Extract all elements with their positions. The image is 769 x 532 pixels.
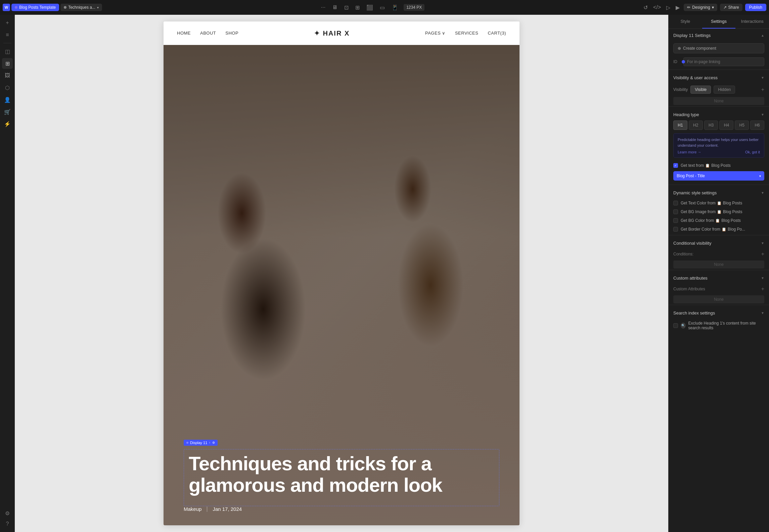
settings-bottom-icon[interactable]: ⚙ [2,508,13,519]
info-links: Learn more → Ok, got it [678,150,760,154]
add-panel-icon[interactable]: + [2,17,13,28]
heading-type-chevron: ▼ [761,113,764,116]
border-color-checkbox[interactable] [673,227,678,232]
tab-techniques[interactable]: Techniques a... ▾ [60,4,102,11]
sidebar-divider-1 [3,43,11,43]
design-mode-label: Designing [692,5,710,10]
tab-dropdown-arrow: ▾ [97,6,99,9]
h2-button[interactable]: H2 [689,120,703,130]
get-text-checkbox[interactable]: ✓ [673,163,678,168]
bg-image-checkbox[interactable] [673,209,678,214]
undo-icon[interactable]: ↺ [642,3,649,12]
info-text: Predictable heading order helps your use… [678,137,760,148]
preview-icon[interactable]: ▷ [665,3,672,12]
blog-icon: 📋 [705,163,710,168]
tab-style[interactable]: Style [669,15,702,29]
tablet-icon[interactable]: ▭ [378,3,386,12]
visibility-chevron: ▼ [761,76,764,80]
users-icon[interactable]: 👤 [2,94,13,105]
nav-pages[interactable]: PAGES ∨ [425,31,446,36]
canvas-area[interactable]: HOME ABOUT SHOP ✦ HAIR X PAGES ∨ SERVICE… [15,15,668,532]
visible-button[interactable]: Visible [690,86,711,94]
hero-selection-box[interactable]: Techniques and tricks for a glamorous an… [184,449,499,506]
search-index-header[interactable]: Search index settings ▼ [669,306,769,319]
bg-image-label: Get BG Image from 📋 Blog Posts [681,209,742,214]
learn-more-link[interactable]: Learn more → [678,150,701,154]
code-icon[interactable]: </> [652,3,662,12]
heading-type-header[interactable]: Heading type ▼ [669,108,769,120]
text-color-label: Get Text Color from 📋 Blog Posts [681,201,742,205]
tab-settings[interactable]: Settings [702,15,736,29]
id-input[interactable] [683,57,764,66]
search-exclude-label: Exclude Heading 1's content from site se… [688,321,764,330]
more-options-icon[interactable]: ··· [320,3,327,12]
desktop-icon[interactable]: 🖥 [331,3,339,12]
hero-meta: Makeup Jan 17, 2024 [184,506,499,512]
dynamic-style-header[interactable]: Dynamic style settings ▼ [669,186,769,199]
logic-icon[interactable]: ⚡ [2,118,13,129]
h4-button[interactable]: H4 [719,120,733,130]
nav-cart[interactable]: CART(3) [488,31,506,36]
nav-links-right: PAGES ∨ SERVICES CART(3) [425,31,506,36]
search-exclude-checkbox[interactable] [673,323,678,328]
border-color-row: Get Border Color from 📋 Blog Po... [669,225,769,234]
h6-button[interactable]: H6 [750,120,764,130]
custom-attributes-add-icon[interactable]: + [761,286,764,292]
site-nav: HOME ABOUT SHOP ✦ HAIR X PAGES ∨ SERVICE… [164,21,519,45]
h5-button[interactable]: H5 [735,120,749,130]
search-index-chevron: ▼ [761,311,764,315]
help-icon[interactable]: ? [2,519,13,529]
cms-icon[interactable]: ⬡ [2,82,13,93]
breakpoint-icon[interactable]: ⊞ [354,3,361,12]
search-icon: 🔍 [681,323,686,329]
nav-shop[interactable]: SHOP [225,31,238,36]
components-icon[interactable]: ⊞ [2,58,13,69]
nav-logo: ✦ HAIR X [238,29,425,37]
text-color-checkbox[interactable] [673,201,678,205]
layers-icon[interactable]: ◫ [2,46,13,57]
custom-attributes-chevron: ▼ [761,276,764,280]
visibility-header[interactable]: Visibility & user access ▼ [669,71,769,84]
px-display: 1234 PX [404,4,424,11]
visibility-label: Visibility [673,87,688,92]
tablet-landscape-icon[interactable]: ⬛ [365,3,374,12]
publish-button[interactable]: Publish [745,4,766,11]
visibility-none: None [673,97,764,105]
custom-attributes-none: None [673,295,764,303]
bg-color-checkbox[interactable] [673,218,678,223]
ok-got-it-link[interactable]: Ok, got it [745,150,760,154]
nav-services[interactable]: SERVICES [455,31,479,36]
display-icon[interactable]: ⊡ [343,3,350,12]
hidden-button[interactable]: Hidden [714,86,735,94]
design-mode-button[interactable]: ✏ Designing ▾ [684,4,717,11]
create-component-button[interactable]: ⊕ Create component [673,43,764,53]
play-icon[interactable]: ▶ [674,3,681,12]
assets-icon[interactable]: 🖼 [2,70,13,81]
get-text-checkbox-row: ✓ Get text from 📋 Blog Posts [669,161,769,170]
ecommerce-icon[interactable]: 🛒 [2,106,13,117]
separator-5 [669,270,769,270]
tab-interactions[interactable]: Interactions [735,15,769,29]
display-badge[interactable]: Display 11 ↑ ⚙ [184,440,218,446]
custom-attributes-header[interactable]: Custom attributes ▼ [669,272,769,284]
main-layout: + ≡ ◫ ⊞ 🖼 ⬡ 👤 🛒 ⚡ ⚙ ? HOME ABOUT SHOP ✦ … [0,15,769,532]
nav-about[interactable]: ABOUT [200,31,216,36]
nav-home[interactable]: HOME [177,31,191,36]
h3-button[interactable]: H3 [704,120,718,130]
mobile-icon[interactable]: 📱 [390,3,400,12]
display-settings-header[interactable]: Display 11 Settings ▲ [669,29,769,41]
visibility-add-icon[interactable]: + [761,87,764,93]
navigator-icon[interactable]: ≡ [2,30,13,40]
id-row: ID [669,55,769,68]
create-component-icon: ⊕ [678,46,681,51]
h1-button[interactable]: H1 [673,120,687,130]
visibility-row: Visibility Visible Hidden + [669,84,769,96]
blog-post-dropdown[interactable]: Blog Post - Title [673,171,764,181]
share-button[interactable]: ↗ Share [720,4,742,11]
conditions-add-icon[interactable]: + [761,251,764,257]
separator-4 [669,235,769,235]
pencil-icon: ✏ [687,5,690,10]
webflow-logo[interactable]: W [3,4,10,11]
tab-blog-posts-template[interactable]: Blog Posts Template [11,4,59,11]
conditional-visibility-header[interactable]: Conditional visibility ▼ [669,237,769,249]
